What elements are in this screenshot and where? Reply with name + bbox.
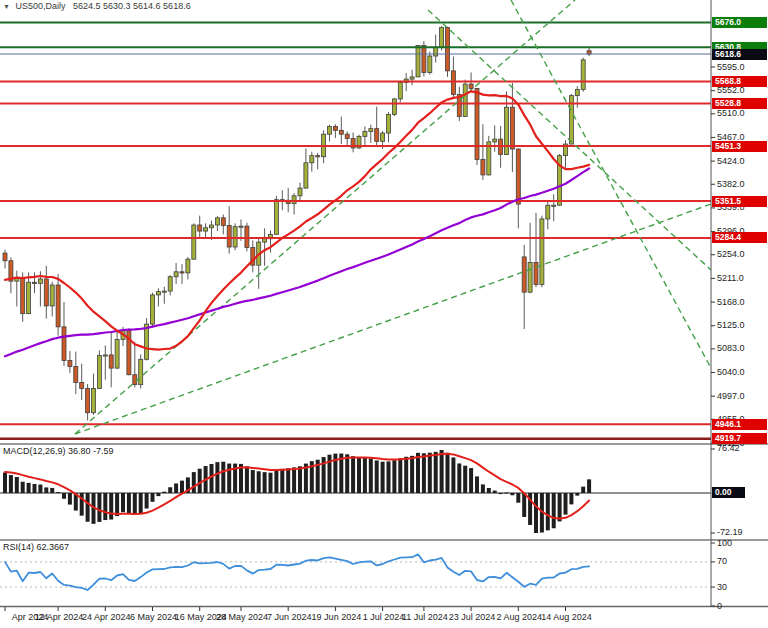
price-chart-canvas[interactable]: [0, 0, 768, 628]
candles-layer: [3, 26, 591, 420]
rsi-pane-layer: [0, 554, 711, 590]
macd-pane-layer: [0, 450, 711, 533]
chart-window: ▼ US500,Daily 5624.5 5630.3 5614.6 5618.…: [0, 0, 768, 628]
moving-averages-layer: [5, 91, 589, 356]
frame-layer: [0, 0, 768, 611]
hlines-layer: [0, 22, 711, 438]
trendlines-layer: [75, 0, 711, 434]
